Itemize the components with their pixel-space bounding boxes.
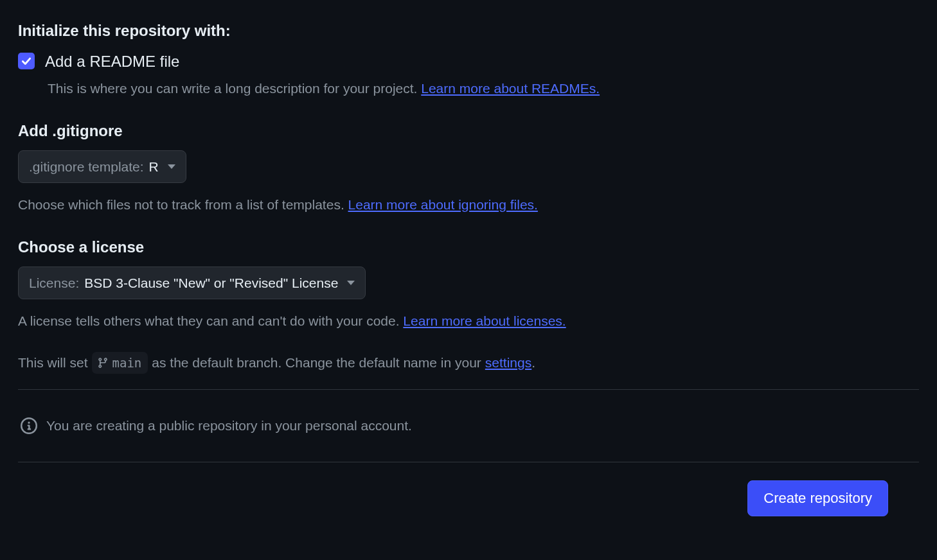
license-dropdown-prefix: License: xyxy=(29,273,79,293)
gitignore-learn-more-link[interactable]: Learn more about ignoring files. xyxy=(348,197,538,212)
gitignore-dropdown[interactable]: .gitignore template: R xyxy=(18,150,186,184)
info-text: You are creating a public repository in … xyxy=(46,416,412,436)
readme-checkbox-row: Add a README file xyxy=(18,50,919,73)
button-row: Create repository xyxy=(18,480,919,516)
branch-suffix: . xyxy=(531,355,535,370)
branch-badge: main xyxy=(92,352,148,374)
check-icon xyxy=(21,55,32,67)
readme-learn-more-link[interactable]: Learn more about READMEs. xyxy=(421,81,600,96)
readme-helper-text: This is where you can write a long descr… xyxy=(48,81,421,96)
license-helper-text: A license tells others what they can and… xyxy=(18,313,403,328)
license-helper: A license tells others what they can and… xyxy=(18,311,919,331)
license-learn-more-link[interactable]: Learn more about licenses. xyxy=(403,313,566,328)
license-dropdown[interactable]: License: BSD 3-Clause "New" or "Revised"… xyxy=(18,267,366,300)
gitignore-helper-text: Choose which files not to track from a l… xyxy=(18,197,348,212)
branch-middle-text: as the default branch. Change the defaul… xyxy=(152,353,481,373)
divider xyxy=(18,462,919,462)
create-repository-button[interactable]: Create repository xyxy=(747,480,888,516)
license-section: Choose a license License: BSD 3-Clause "… xyxy=(18,236,919,331)
readme-checkbox[interactable] xyxy=(18,53,35,69)
settings-link[interactable]: settings xyxy=(485,355,531,370)
license-heading: Choose a license xyxy=(18,236,919,259)
gitignore-dropdown-prefix: .gitignore template: xyxy=(29,157,144,177)
chevron-down-icon xyxy=(347,281,355,285)
info-icon xyxy=(21,417,37,434)
chevron-down-icon xyxy=(168,164,175,169)
gitignore-section: Add .gitignore .gitignore template: R Ch… xyxy=(18,119,919,215)
divider xyxy=(18,389,919,390)
git-branch-icon xyxy=(97,357,109,369)
license-dropdown-value: BSD 3-Clause "New" or "Revised" License xyxy=(84,273,338,293)
info-row: You are creating a public repository in … xyxy=(18,403,919,449)
initialize-section: Initialize this repository with: Add a R… xyxy=(18,19,919,99)
branch-name: main xyxy=(112,354,142,372)
readme-helper: This is where you can write a long descr… xyxy=(48,78,919,99)
gitignore-heading: Add .gitignore xyxy=(18,119,919,143)
initialize-heading: Initialize this repository with: xyxy=(18,19,919,42)
gitignore-dropdown-value: R xyxy=(149,157,159,177)
gitignore-helper: Choose which files not to track from a l… xyxy=(18,195,919,215)
default-branch-info: This will set main as the default branch… xyxy=(18,352,919,374)
readme-label: Add a README file xyxy=(45,50,179,73)
branch-prefix-text: This will set xyxy=(18,353,88,373)
